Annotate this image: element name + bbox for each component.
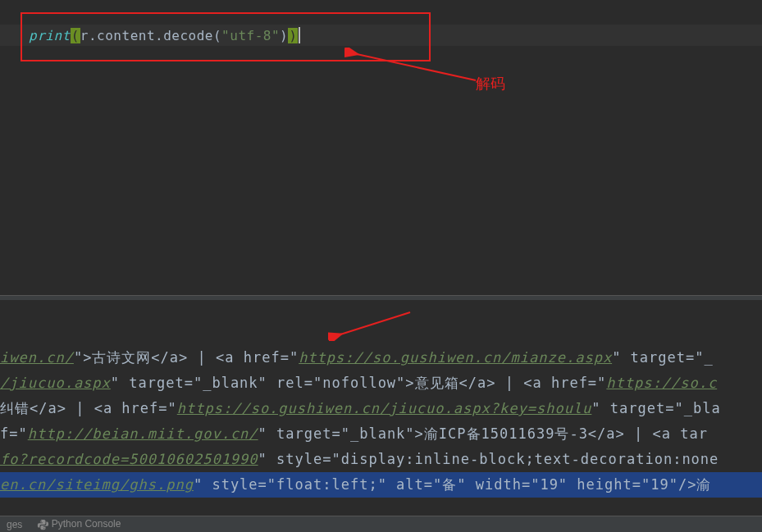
output-line: fo?recordcode=50010602501990" style="dis… <box>0 447 762 472</box>
output-line-selected: en.cn/siteimg/ghs.png" style="float:left… <box>0 472 762 498</box>
code-line[interactable]: print(r.content.decode("utf-8")) <box>0 25 762 46</box>
svg-line-3 <box>340 312 410 334</box>
annotation-arrow-icon <box>328 308 427 341</box>
code-editor[interactable]: print(r.content.decode("utf-8")) 解码 <box>0 0 762 295</box>
output-line: iwen.cn/">古诗文网</a> | <a href="https://so… <box>0 345 762 371</box>
annotation-decode-label: 解码 <box>476 74 505 93</box>
output-line: 纠错</a> | <a href="https://so.gushiwen.cn… <box>0 396 762 421</box>
annotation-arrow-icon <box>344 48 484 89</box>
text-cursor <box>299 27 300 43</box>
output-line: /jiucuo.aspx" target="_blank" rel="nofol… <box>0 371 762 396</box>
console-gap: 解码后的结果 <box>0 300 762 345</box>
token-string: "utf-8" <box>221 28 280 43</box>
token-dot: . <box>155 28 163 43</box>
token-method: decode <box>163 28 213 43</box>
python-console-tab[interactable]: Python Console <box>37 518 121 530</box>
token-property: content <box>97 28 155 43</box>
status-bar: ges Python Console <box>0 516 762 532</box>
token-open-paren: ( <box>71 28 80 43</box>
token-dot: . <box>89 28 97 43</box>
token-paren: ( <box>213 28 221 43</box>
token-function: print <box>29 28 71 43</box>
token-variable: r <box>80 28 89 43</box>
python-icon <box>37 519 48 530</box>
svg-line-1 <box>357 54 476 80</box>
console-output[interactable]: iwen.cn/">古诗文网</a> | <a href="https://so… <box>0 345 762 498</box>
token-close-paren: ) <box>288 28 298 43</box>
output-line: f="http://beian.miit.gov.cn/" target="_b… <box>0 421 762 447</box>
token-paren: ) <box>280 28 288 43</box>
status-item[interactable]: ges <box>7 519 22 530</box>
